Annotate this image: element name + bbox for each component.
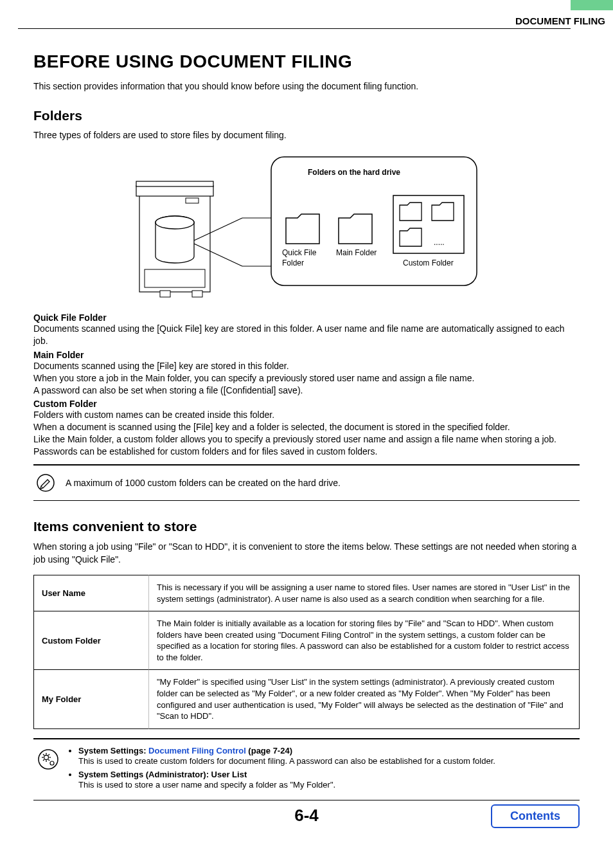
svg-rect-5	[145, 269, 205, 287]
folder-term-3: Custom Folder Folders with custom names …	[33, 399, 580, 458]
svg-rect-7	[192, 291, 202, 297]
gear-icon	[37, 748, 59, 770]
items-intro: When storing a job using "File" or "Scan…	[33, 541, 580, 566]
folder-term-2: Main Folder Documents scanned using the …	[33, 350, 580, 397]
pencil-icon	[36, 473, 55, 493]
settings-item: System Settings: Document Filing Control…	[78, 746, 580, 766]
contents-button[interactable]: Contents	[491, 804, 580, 828]
table-row: Custom Folder The Main folder is initial…	[33, 611, 580, 669]
svg-line-23	[43, 754, 44, 755]
diagram-label-quickfile-2: Folder	[282, 258, 304, 267]
cell-key: User Name	[33, 575, 149, 611]
settings-desc: This is used to create custom folders fo…	[78, 756, 580, 766]
settings-trail: (page 7-24)	[246, 746, 292, 755]
svg-point-17	[39, 750, 58, 769]
svg-point-27	[50, 761, 54, 765]
svg-line-16	[41, 486, 43, 488]
para: Documents scanned using the [Quick File]…	[33, 323, 580, 347]
header-accent	[571, 0, 613, 10]
para: When a document is scanned using the [Fi…	[33, 421, 580, 433]
settings-item: System Settings (Administrator): User Li…	[78, 770, 580, 790]
term-custom-folder: Custom Folder	[33, 399, 580, 409]
para: Documents scanned using the [File] key a…	[33, 360, 580, 372]
table-row: User Name This is necessary if you will …	[33, 575, 580, 611]
note-row: A maximum of 1000 custom folders can be …	[33, 466, 580, 501]
note-text: A maximum of 1000 custom folders can be …	[66, 478, 341, 488]
folder-term-1: Quick File Folder Documents scanned usin…	[33, 312, 580, 347]
header-section: DOCUMENT FILING	[515, 15, 613, 26]
header-rule	[18, 28, 571, 29]
para: A password can also be set when storing …	[33, 384, 580, 397]
cell-key: Custom Folder	[33, 611, 149, 669]
intro-text: This section provides information that y…	[33, 81, 580, 91]
page-title: BEFORE USING DOCUMENT FILING	[33, 51, 580, 72]
folders-diagram-wrap: Folders on the hard drive Quick File Fol…	[33, 150, 580, 298]
settings-lead: System Settings:	[78, 746, 148, 755]
cell-val: "My Folder" is specified using "User Lis…	[149, 669, 580, 728]
diagram-dots: .....	[434, 238, 445, 247]
para: Passwords can be established for custom …	[33, 446, 580, 458]
cell-val: This is necessary if you will be assigni…	[149, 575, 580, 611]
page-content: BEFORE USING DOCUMENT FILING This sectio…	[33, 51, 580, 800]
diagram-title: Folders on the hard drive	[308, 168, 400, 177]
svg-line-25	[43, 759, 44, 761]
table-row: My Folder "My Folder" is specified using…	[33, 669, 580, 728]
folders-heading: Folders	[33, 108, 580, 123]
settings-link[interactable]: Document Filing Control	[148, 746, 246, 755]
settings-lead: System Settings (Administrator): User Li…	[78, 770, 247, 779]
diagram-label-custom: Custom Folder	[403, 258, 454, 267]
svg-rect-4	[186, 198, 199, 203]
para: Folders with custom names can be created…	[33, 409, 580, 421]
svg-point-18	[44, 755, 49, 759]
para: Like the Main folder, a custom folder al…	[33, 433, 580, 446]
svg-rect-6	[160, 291, 170, 297]
diagram-label-quickfile-1: Quick File	[282, 248, 316, 257]
cell-val: The Main folder is initially available a…	[149, 611, 580, 669]
svg-point-9	[155, 216, 194, 229]
svg-line-26	[48, 754, 49, 755]
svg-point-15	[37, 475, 54, 491]
term-quick-file: Quick File Folder	[33, 312, 580, 323]
settings-block: System Settings: Document Filing Control…	[33, 738, 580, 800]
cell-key: My Folder	[33, 669, 149, 728]
svg-line-24	[48, 759, 49, 761]
folders-diagram: Folders on the hard drive Quick File Fol…	[127, 150, 486, 298]
page-header: DOCUMENT FILING	[18, 15, 613, 26]
svg-rect-2	[136, 186, 213, 196]
folders-intro: Three types of folders are used to store…	[33, 130, 580, 140]
items-heading: Items convenient to store	[33, 519, 580, 534]
svg-rect-3	[136, 181, 213, 186]
settings-desc: This is used to store a user name and sp…	[78, 780, 580, 790]
diagram-label-main: Main Folder	[336, 248, 377, 257]
para: When you store a job in the Main folder,…	[33, 372, 580, 384]
term-main-folder: Main Folder	[33, 350, 580, 360]
items-table: User Name This is necessary if you will …	[33, 575, 580, 728]
